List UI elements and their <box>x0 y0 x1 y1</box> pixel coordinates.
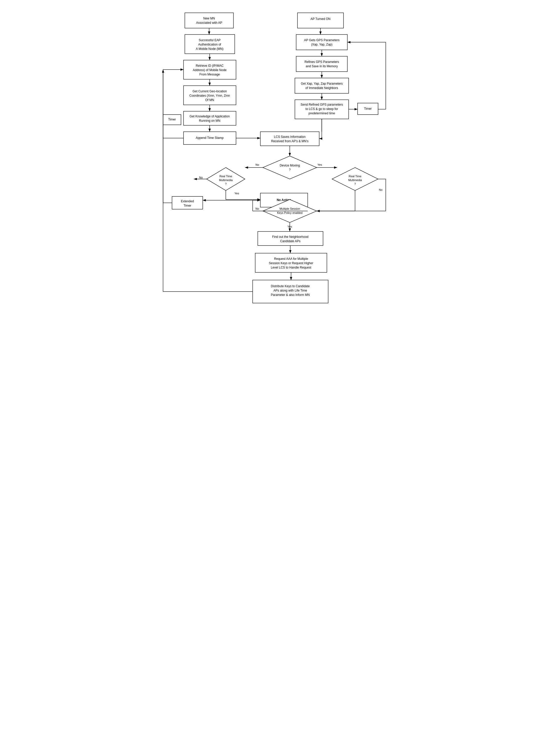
device-moving-text1: Device Moving <box>280 164 300 167</box>
extended-timer-text2: Timer <box>183 204 191 207</box>
rtm-right-text3: ? <box>354 182 356 185</box>
distribute-text2: APs along with Life Time <box>274 289 307 292</box>
rtm-right-text2: Multimedia <box>348 179 362 182</box>
retrieve-text3: From Message <box>199 73 219 76</box>
request-text1: Request AAA for Multiple <box>274 257 308 261</box>
session-text2: Keys Policy enabled <box>277 211 302 214</box>
knowledge-text1: Get Knowledge of Application <box>189 115 229 118</box>
ap-turned-on-text: AP Turned ON <box>311 17 331 21</box>
append-ts-text: Append Time Stamp <box>195 136 223 140</box>
send-refined-text3: predetermined time <box>309 112 335 115</box>
no-label-rtm-right: No <box>379 188 382 191</box>
request-text2: Session Keys or Request Higher <box>269 261 313 265</box>
send-refined-text1: Send Refined GPS parameters <box>301 103 343 106</box>
get-xap-text1: Get Xap, Yap, Zap Parameters <box>301 82 343 85</box>
knowledge-text2: Running on MN <box>199 119 220 123</box>
rtm-left-text2: Multimedia <box>219 179 233 182</box>
send-refined-text2: to LCS & go to sleep for <box>306 107 338 111</box>
ap-gets-gps-text2: (Xap, Yap, Zap) <box>311 43 333 46</box>
refines-gps-box <box>296 56 347 72</box>
ap-gets-gps-text1: AP Gets GPS Parameters <box>304 38 340 42</box>
retrieve-text1: Retrieve ID (IP/MAC <box>195 64 223 68</box>
lcs-text1: LCS Saves Information <box>274 135 306 139</box>
get-knowledge-box <box>183 111 236 125</box>
distribute-text3: Parameter & also Inform MN <box>270 293 310 297</box>
new-mn-text1: New MN <box>203 17 215 20</box>
no-label-session: No <box>255 207 259 210</box>
lcs-saves-box <box>260 132 319 146</box>
refines-gps-text2: and Save in its Memory <box>306 64 338 68</box>
get-xap-text2: of Immediate Neighbors <box>306 86 338 90</box>
request-text3: Level LCS to Handle Request <box>270 266 311 269</box>
yes-label-device: Yes <box>318 163 322 166</box>
refines-gps-text1: Refines GPS Parameters <box>305 60 339 64</box>
yes-label-rtm-left: Yes <box>234 192 239 195</box>
timer-right-text: Timer <box>364 107 372 110</box>
timer-left-text: Timer <box>168 118 175 121</box>
new-mn-text2: Associated with AP <box>196 21 222 25</box>
device-moving-text2: ? <box>289 168 291 172</box>
session-text1: Multiple Session <box>279 207 300 210</box>
flowchart-container: 1 AP Turned ON AP Gets GPS Parameters (X… <box>158 5 388 364</box>
rtm-left-text1: Real Time <box>219 175 232 178</box>
eap-text2: Authentication of <box>198 43 221 46</box>
eap-text1: Successful EAP <box>199 38 220 42</box>
find-text2: Candidate APs <box>280 239 300 243</box>
find-text1: Find out the Neighborhood <box>272 235 308 239</box>
rtm-right-text1: Real Time <box>349 175 362 178</box>
lcs-text2: Received from AP's & MN's <box>271 139 309 143</box>
no-label-rtm-left: No <box>199 176 202 179</box>
retrieve-text2: Address) of Mobile Node <box>192 68 226 72</box>
rtm-left-text3: ? <box>225 182 226 185</box>
no-label-device: No <box>255 163 259 166</box>
ap-gets-gps-box <box>296 35 347 50</box>
geo-text2: Coordinates (Xmn, Ymn, Zmn <box>189 94 230 97</box>
eap-text3: A Mobile Node (MN) <box>195 47 223 51</box>
geo-text1: Get Current Geo-location <box>192 90 226 93</box>
distribute-text1: Distribute Keys to Candidate <box>270 284 310 288</box>
device-moving-diamond <box>263 156 317 179</box>
new-mn-box <box>185 13 233 28</box>
get-xap-box <box>295 78 349 93</box>
geo-text3: Of MN <box>205 98 214 102</box>
extended-timer-text1: Extended <box>181 199 194 203</box>
